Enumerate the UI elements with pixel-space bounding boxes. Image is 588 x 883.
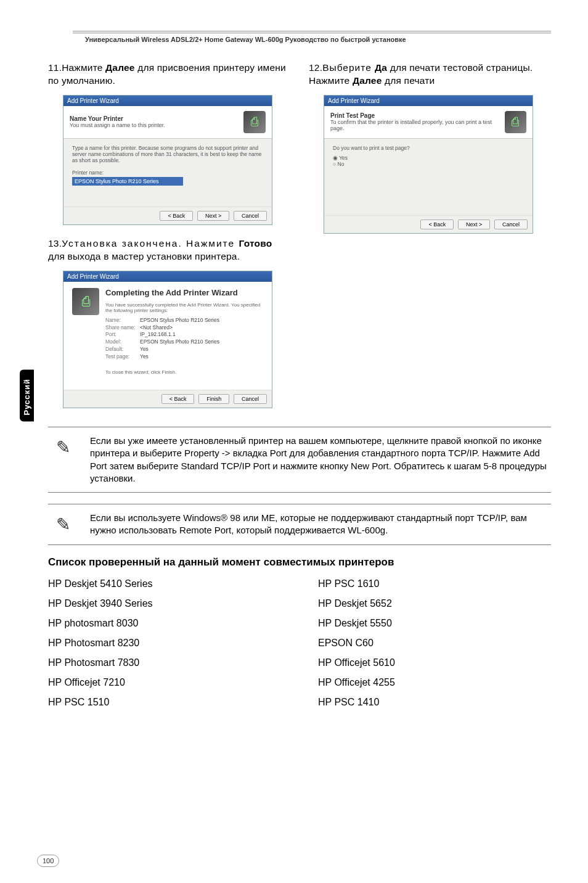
next-button[interactable]: Next > [197, 211, 229, 221]
wizard-test-page: Add Printer Wizard Print Test Page To co… [324, 95, 533, 234]
pencil-icon: ✎ [48, 435, 78, 458]
step-13-num: 13. [48, 237, 62, 250]
cancel-button[interactable]: Cancel [234, 211, 267, 221]
note-2-text: Если вы используете Windows® 98 или ME, … [90, 512, 551, 537]
printer-icon: ⎙ [243, 111, 266, 133]
wizard-body-text: Type a name for this printer. Because so… [72, 145, 263, 163]
step-11-text: 11.Нажмите Далее для присвоения принтеру… [48, 62, 290, 88]
printer-icon: ⎙ [505, 111, 526, 133]
complete-details: Name:EPSON Stylus Photo R210 Series Shar… [105, 317, 263, 361]
note-1-text: Если вы уже имеете установленный принтер… [90, 435, 551, 485]
step-11-num: 11. [48, 62, 62, 75]
next-button[interactable]: Next > [458, 220, 490, 229]
wizard-title: Add Printer Wizard [63, 271, 272, 282]
radio-yes[interactable]: Yes [333, 155, 524, 161]
finish-button[interactable]: Finish [198, 394, 229, 404]
wizard-head-sub: You must assign a name to this printer. [70, 122, 165, 128]
wizard-head-sub: To confirm that the printer is installed… [330, 119, 505, 131]
note-1: ✎ Если вы уже имеете установленный принт… [48, 427, 551, 493]
complete-title: Completing the Add Printer Wizard [105, 288, 263, 297]
printer-compat-list: HP Deskjet 5410 Series HP Deskjet 3940 S… [48, 578, 551, 717]
doc-header: Универсальный Wireless ADSL2/2+ Home Gat… [85, 36, 551, 43]
page-number: 100 [37, 855, 59, 867]
printer-icon: ⎙ [72, 288, 99, 315]
printer-name-label: Printer name: [72, 170, 263, 176]
list-item: HP Deskjet 3940 Series [48, 598, 281, 609]
pencil-icon: ✎ [48, 512, 78, 535]
step-13-text: 13.Установка закончена. Нажмите Готово д… [48, 237, 290, 263]
complete-sub: You have successfully completed the Add … [105, 302, 263, 313]
list-item: HP Officejet 5610 [318, 657, 551, 668]
back-button[interactable]: < Back [160, 211, 193, 221]
wizard-head-title: Print Test Page [330, 112, 505, 119]
back-button[interactable]: < Back [161, 394, 195, 404]
wizard-title: Add Printer Wizard [63, 96, 272, 106]
cancel-button[interactable]: Cancel [494, 220, 528, 229]
section-title: Список проверенный на данный момент совм… [48, 556, 551, 569]
list-item: HP PSC 1610 [318, 578, 551, 589]
list-item: EPSON C60 [318, 638, 551, 649]
list-item: HP Deskjet 5550 [318, 618, 551, 629]
list-item: HP Photosmart 8230 [48, 638, 281, 649]
note-2: ✎ Если вы используете Windows® 98 или ME… [48, 504, 551, 545]
list-item: HP PSC 1410 [318, 697, 551, 708]
test-page-question: Do you want to print a test page? [333, 145, 524, 151]
back-button[interactable]: < Back [420, 220, 454, 229]
list-item: HP Deskjet 5652 [318, 598, 551, 609]
step-12-text: 12.Выберите Да для печати тестовой стран… [309, 62, 551, 88]
list-item: HP photosmart 8030 [48, 618, 281, 629]
list-item: HP Officejet 4255 [318, 677, 551, 688]
radio-no[interactable]: No [333, 161, 524, 167]
wizard-title: Add Printer Wizard [324, 96, 533, 106]
complete-close-text: To close this wizard, click Finish. [105, 369, 263, 375]
wizard-head-title: Name Your Printer [70, 115, 165, 122]
list-item: HP Photosmart 7830 [48, 657, 281, 668]
wizard-name-printer: Add Printer Wizard Name Your Printer You… [63, 95, 272, 225]
side-language-tab: Русский [20, 370, 34, 422]
cancel-button[interactable]: Cancel [234, 394, 267, 404]
list-item: HP Officejet 7210 [48, 677, 281, 688]
wizard-complete: Add Printer Wizard ⎙ Completing the Add … [63, 271, 272, 408]
printer-name-input[interactable]: EPSON Stylus Photo R210 Series [72, 177, 183, 186]
header-rule [73, 31, 551, 33]
list-item: HP PSC 1510 [48, 697, 281, 708]
step-12-num: 12. [309, 62, 322, 75]
list-item: HP Deskjet 5410 Series [48, 578, 281, 589]
